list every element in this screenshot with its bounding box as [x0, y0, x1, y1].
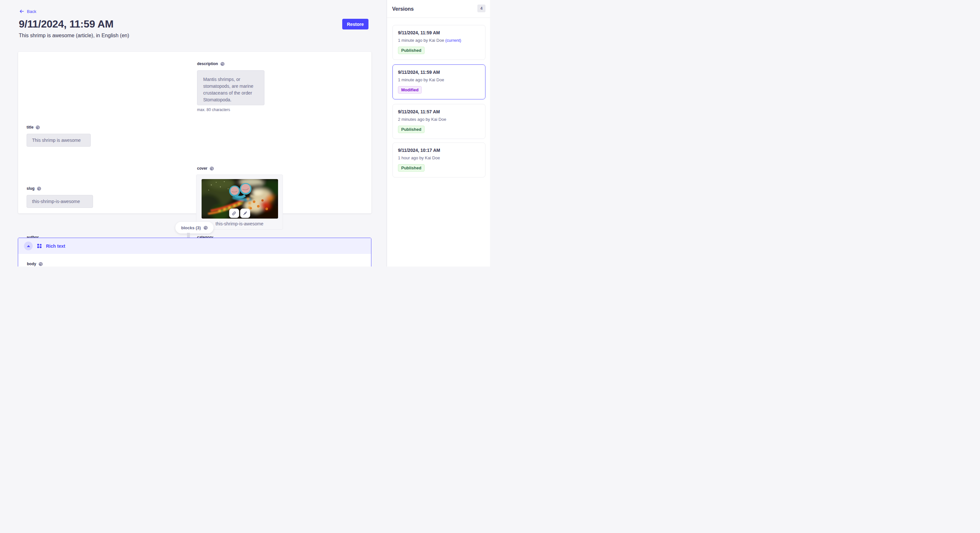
title-field: title This shrimp is awesome	[27, 125, 91, 147]
entry-form-card: title This shrimp is awesome description…	[18, 52, 371, 213]
version-meta: 1 minute ago by Kai Doe (current)	[398, 38, 480, 43]
arrow-left-icon	[19, 9, 24, 14]
title-label-text: title	[27, 125, 33, 130]
description-field: description Mantis shrimps, or stomatopo…	[197, 62, 264, 112]
version-status-badge: Published	[398, 47, 425, 54]
slug-label-text: slug	[27, 186, 35, 191]
blocks-connector	[187, 233, 190, 238]
title-label: title	[27, 125, 91, 130]
back-link[interactable]: Back	[19, 9, 36, 14]
slug-label: slug	[27, 186, 93, 191]
versions-sidebar: Versions 4 9/11/2024, 11:59 AM 1 minute …	[387, 0, 490, 266]
blocks-pill[interactable]: blocks (3)	[175, 222, 213, 233]
cover-actions	[196, 209, 283, 218]
page-title: 9/11/2024, 11:59 AM	[19, 18, 113, 30]
description-label-text: description	[197, 62, 218, 66]
version-date: 9/11/2024, 11:59 AM	[398, 30, 480, 35]
version-date: 9/11/2024, 11:59 AM	[398, 70, 480, 75]
version-card[interactable]: 9/11/2024, 11:57 AM 2 minutes ago by Kai…	[393, 104, 485, 139]
globe-icon	[220, 62, 224, 66]
version-meta: 1 hour ago by Kai Doe	[398, 155, 480, 160]
version-meta-text: 1 minute ago by Kai Doe	[398, 38, 444, 43]
versions-count-badge: 4	[477, 5, 485, 12]
version-current-link[interactable]: (current)	[445, 38, 461, 43]
blocks-pill-label: blocks (3)	[181, 225, 201, 230]
version-meta-text: 1 minute ago by Kai Doe	[398, 78, 444, 82]
page-subtitle: This shrimp is awesome (article), in Eng…	[19, 33, 129, 38]
version-meta: 1 minute ago by Kai Doe	[398, 78, 480, 82]
version-meta: 2 minutes ago by Kai Doe	[398, 117, 480, 122]
back-label: Back	[27, 9, 36, 14]
title-input: This shrimp is awesome	[27, 134, 91, 147]
link-icon	[231, 211, 237, 216]
cover-label: cover	[197, 166, 283, 171]
description-hint: max. 80 characters	[197, 108, 264, 112]
version-date: 9/11/2024, 10:17 AM	[398, 148, 480, 153]
slug-input: this-shrimp-is-awesome	[27, 195, 93, 208]
component-grid-icon	[37, 244, 42, 248]
globe-icon	[204, 226, 208, 230]
chevron-up-icon	[27, 245, 30, 247]
version-date: 9/11/2024, 11:57 AM	[398, 109, 480, 114]
cover-label-text: cover	[197, 166, 207, 171]
version-history-page: Back 9/11/2024, 11:59 AM This shrimp is …	[0, 0, 490, 266]
rich-text-block-header[interactable]: Rich text	[18, 238, 371, 254]
rich-text-block-title: Rich text	[46, 244, 65, 249]
rich-text-block-body: body	[18, 254, 371, 266]
body-label: body	[27, 262, 371, 266]
version-status-badge: Published	[398, 125, 425, 133]
body-label-text: body	[27, 262, 36, 266]
globe-icon	[36, 125, 40, 130]
versions-title: Versions	[392, 6, 414, 12]
description-label: description	[197, 62, 264, 66]
versions-header: Versions 4	[387, 0, 490, 18]
copy-link-button[interactable]	[229, 209, 239, 218]
globe-icon	[37, 187, 41, 191]
cover-field: cover	[197, 166, 283, 230]
restore-button[interactable]: Restore	[342, 19, 369, 30]
globe-icon	[38, 262, 43, 266]
slug-field: slug this-shrimp-is-awesome	[27, 186, 93, 208]
globe-icon	[210, 167, 214, 171]
version-card[interactable]: 9/11/2024, 11:59 AM 1 minute ago by Kai …	[393, 25, 485, 60]
version-status-badge: Published	[398, 164, 425, 171]
rich-text-block: Rich text body	[18, 238, 371, 266]
version-card-selected[interactable]: 9/11/2024, 11:59 AM 1 minute ago by Kai …	[393, 65, 485, 99]
pencil-icon	[242, 211, 248, 216]
description-textarea: Mantis shrimps, or stomatopods, are mari…	[197, 70, 264, 105]
version-meta-text: 1 hour ago by Kai Doe	[398, 155, 440, 160]
edit-button[interactable]	[240, 209, 250, 218]
cover-media-card: this-shrimp-is-awesome	[196, 174, 283, 230]
version-meta-text: 2 minutes ago by Kai Doe	[398, 117, 446, 122]
version-status-badge: Modified	[398, 86, 422, 94]
version-card[interactable]: 9/11/2024, 10:17 AM 1 hour ago by Kai Do…	[393, 143, 485, 178]
collapse-block-button[interactable]	[24, 241, 33, 250]
